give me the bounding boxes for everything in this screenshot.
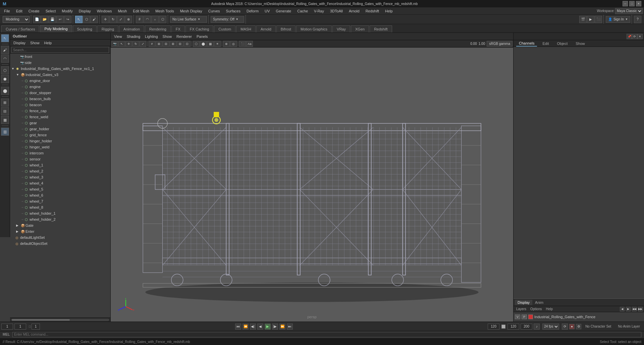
list-item[interactable]: → ⬡ wheel_3 <box>10 174 110 180</box>
menu-windows[interactable]: Windows <box>94 8 115 14</box>
lasso-select-button[interactable]: ⬡ <box>83 16 90 23</box>
left-lasso-tool[interactable]: ⬡ <box>1 66 9 74</box>
menu-select[interactable]: Select <box>43 8 59 14</box>
left-view-grid[interactable]: ▥ <box>1 128 9 136</box>
vp-btn-rotate[interactable]: ↻ <box>132 41 139 47</box>
timeline-range-end[interactable] <box>507 324 519 330</box>
tab-mash[interactable]: MASH <box>236 25 256 32</box>
viewport-canvas[interactable] <box>111 48 513 322</box>
timeline-frame-display[interactable] <box>32 324 40 330</box>
menu-cache[interactable]: Cache <box>294 8 311 14</box>
vp-btn-move[interactable]: ✛ <box>125 41 132 47</box>
rotate-tool-button[interactable]: ↻ <box>109 16 117 23</box>
vp-btn-layout-4[interactable]: ⊟ <box>177 41 183 47</box>
list-item[interactable]: → ⬡ beacon <box>10 102 110 108</box>
list-item[interactable]: → ⬡ gear_holder <box>10 126 110 132</box>
timeline-next-key[interactable]: |▶ <box>272 324 278 330</box>
timeline-goto-start[interactable]: ⏮ <box>235 324 241 330</box>
timeline-step-back[interactable]: ⏪ <box>243 324 249 330</box>
vp-btn-xray[interactable]: ◎ <box>230 41 237 47</box>
viewport-panel[interactable]: View Shading Lighting Show Renderer Pane… <box>111 33 513 322</box>
menu-edit[interactable]: Edit <box>13 8 25 14</box>
symmetry-button[interactable]: Symmetry: Off ▼ <box>211 16 244 23</box>
timeline-play-back[interactable]: ◀ <box>257 324 263 330</box>
snap-surface-button[interactable]: ⬡ <box>159 16 166 23</box>
timeline-start-frame[interactable] <box>1 324 13 330</box>
tab-custom[interactable]: Custom <box>214 25 235 32</box>
tab-curves-surfaces[interactable]: Curves / Surfaces <box>1 25 39 32</box>
layer-next2-button[interactable]: ▶▶ <box>638 307 643 312</box>
vp-btn-isolate[interactable]: ⊕ <box>223 41 230 47</box>
list-item[interactable]: → ⬡ wheel_7 <box>10 198 110 204</box>
list-item[interactable]: → ⬡ wheel_holder_1 <box>10 210 110 216</box>
list-item[interactable]: → ⬡ grid_fence <box>10 132 110 138</box>
new-scene-button[interactable]: 📄 <box>33 16 41 23</box>
list-item[interactable]: ▶ 📦 Gate <box>10 222 110 228</box>
outliner-menu-display[interactable]: Display <box>11 40 28 46</box>
tab-xgen[interactable]: XGen <box>351 25 369 32</box>
snap-grid-button[interactable]: # <box>136 16 143 23</box>
tab-fx-caching[interactable]: FX Caching <box>185 25 213 32</box>
open-scene-button[interactable]: 📂 <box>41 16 48 23</box>
tab-redshift[interactable]: Redshift <box>370 25 392 32</box>
menu-modify[interactable]: Modify <box>59 8 75 14</box>
outliner-search-input[interactable] <box>11 47 109 53</box>
menu-curves[interactable]: Curves <box>206 8 223 14</box>
list-item[interactable]: → ⬡ fence_cap <box>10 108 110 114</box>
list-item[interactable]: → ⬡ fence_weld <box>10 114 110 120</box>
menu-create[interactable]: Create <box>26 8 42 14</box>
list-item[interactable]: 📷 side <box>10 60 110 66</box>
tab-rigging[interactable]: Rigging <box>97 25 118 32</box>
menu-surfaces[interactable]: Surfaces <box>223 8 243 14</box>
layer-tab-display[interactable]: Display <box>515 300 532 305</box>
left-poly-tool[interactable]: ⬟ <box>1 75 9 83</box>
channel-sync-button[interactable]: ⟳ <box>632 34 637 39</box>
menu-mesh-display[interactable]: Mesh Display <box>177 8 205 14</box>
layer-next-button[interactable]: ▶ <box>626 307 631 312</box>
layer-menu-help[interactable]: Help <box>544 307 554 311</box>
layer-visibility-toggle[interactable]: V <box>515 315 520 319</box>
viewport-menu-view[interactable]: View <box>112 34 124 39</box>
menu-edit-mesh[interactable]: Edit Mesh <box>130 8 152 14</box>
left-layout-2[interactable]: ⊟ <box>1 107 9 115</box>
tab-fx[interactable]: FX <box>171 25 185 32</box>
list-item[interactable]: → ⬡ wheel_4 <box>10 180 110 186</box>
menu-file[interactable]: File <box>1 8 13 14</box>
timeline-key-settings[interactable]: ⚙ <box>576 324 581 329</box>
menu-help[interactable]: Help <box>382 8 395 14</box>
tab-motion-graphics[interactable]: Motion Graphics <box>296 25 332 32</box>
menu-arnold[interactable]: Arnold <box>346 8 362 14</box>
snap-point-button[interactable]: ⬦ <box>151 16 159 23</box>
vp-btn-layout-3[interactable]: ⊞ <box>170 41 176 47</box>
layer-tab-anim[interactable]: Anim <box>532 300 546 305</box>
menu-mesh-tools[interactable]: Mesh Tools <box>153 8 176 14</box>
channel-tab-show[interactable]: Show <box>573 41 588 46</box>
channel-close-button[interactable]: ✕ <box>637 34 643 39</box>
timeline-step-forward[interactable]: ⏩ <box>279 324 285 330</box>
tab-arnold[interactable]: Arnold <box>256 25 276 32</box>
left-sculpt-tool[interactable]: ◠ <box>1 55 9 63</box>
tab-bifrost[interactable]: Bifrost <box>276 25 296 32</box>
list-item[interactable]: → ⬡ wheel_5 <box>10 186 110 192</box>
tab-animation[interactable]: Animation <box>119 25 144 32</box>
menu-display[interactable]: Display <box>76 8 94 14</box>
vp-btn-wireframe[interactable]: ⬡ <box>193 41 200 47</box>
list-item[interactable]: → ⬡ beacon_bulb <box>10 96 110 102</box>
tab-vray[interactable]: VRay <box>332 25 350 32</box>
help-button[interactable]: ? <box>634 16 641 23</box>
undo-button[interactable]: ↩ <box>56 16 64 23</box>
vp-btn-aa[interactable]: Aa <box>246 41 253 47</box>
menu-vray[interactable]: V-Ray <box>311 8 327 14</box>
left-layout-3[interactable]: ▦ <box>1 116 9 124</box>
list-item[interactable]: ▼ 📦 Industrial_Gates_v3 <box>10 72 110 78</box>
outliner-menu-help[interactable]: Help <box>42 40 54 46</box>
viewport-menu-shading[interactable]: Shading <box>125 34 142 39</box>
list-item[interactable]: → ⬡ door_stopper <box>10 90 110 96</box>
select-tool-button[interactable]: ↖ <box>75 16 83 23</box>
timeline-max-frame[interactable] <box>521 324 532 330</box>
list-item[interactable]: → ⬡ sensor <box>10 156 110 162</box>
tab-sculpting[interactable]: Sculpting <box>73 25 97 32</box>
list-item[interactable]: ▶ 📦 Enter <box>10 228 110 234</box>
menu-generate[interactable]: Generate <box>273 8 294 14</box>
timeline-fps-selector[interactable]: 24 fps <box>542 324 559 330</box>
